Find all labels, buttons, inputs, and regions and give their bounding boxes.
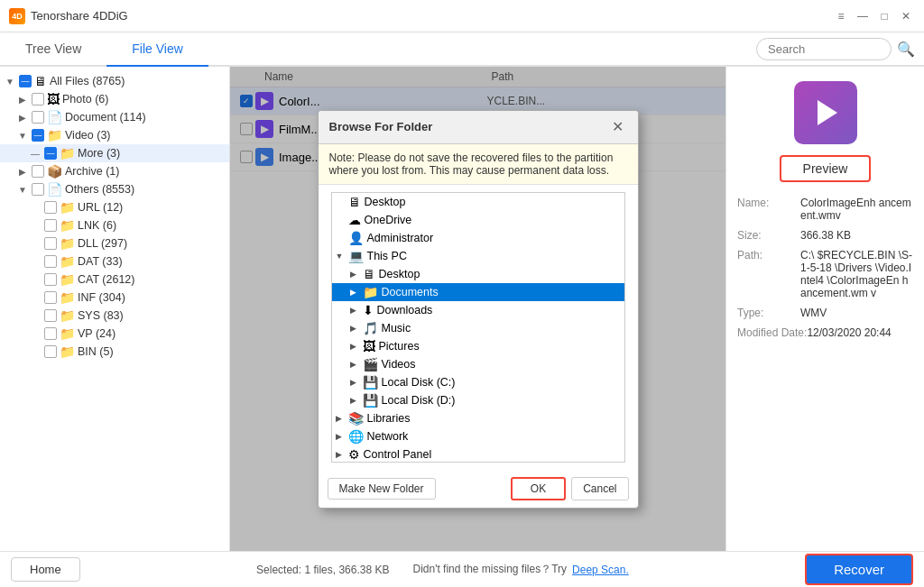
checkbox-sys[interactable] xyxy=(44,309,57,322)
type-value: WMV xyxy=(800,307,827,319)
sidebar-item-inf[interactable]: 📁 INF (304) xyxy=(0,289,229,307)
sidebar-item-vp[interactable]: 📁 VP (24) xyxy=(0,325,229,343)
url-label: URL (12) xyxy=(78,201,123,214)
folder-row-downloads[interactable]: ▶ ⬇ Downloads xyxy=(332,301,624,319)
sidebar-item-all-files[interactable]: ▼ — 🖥 All Files (8765) xyxy=(0,72,229,90)
folder-arrow: ▶ xyxy=(350,342,363,351)
folder-row-this-pc[interactable]: ▼ 💻 This PC xyxy=(332,247,624,265)
sidebar-item-cat[interactable]: 📁 CAT (2612) xyxy=(0,271,229,289)
vp-label: VP (24) xyxy=(78,327,116,340)
recover-button[interactable]: Recover xyxy=(805,554,913,585)
minimize-btn[interactable]: — xyxy=(854,7,872,25)
preview-button[interactable]: Preview xyxy=(780,155,872,182)
folder-row-pictures[interactable]: ▶ 🖼 Pictures xyxy=(332,337,624,355)
desktop-icon: 🖥 xyxy=(348,195,361,209)
modal-ok-button[interactable]: OK xyxy=(511,477,566,500)
checkbox-archive[interactable] xyxy=(32,165,44,178)
maximize-btn[interactable]: □ xyxy=(875,7,893,25)
sidebar-item-bin[interactable]: 📁 BIN (5) xyxy=(0,343,229,361)
more-label: More (3) xyxy=(78,147,120,160)
modal-overlay: Browse For Folder ✕ Note: Please do not … xyxy=(230,67,725,551)
folder-row-network[interactable]: ▶ 🌐 Network xyxy=(332,427,624,445)
folder-arrow: ▶ xyxy=(336,450,348,459)
folder-label: This PC xyxy=(367,250,407,262)
search-icon[interactable]: 🔍 xyxy=(897,41,915,58)
sidebar-item-sys[interactable]: 📁 SYS (83) xyxy=(0,307,229,325)
disk-d-icon: 💾 xyxy=(363,393,378,408)
folder-row-music[interactable]: ▶ 🎵 Music xyxy=(332,319,624,337)
sidebar-item-video[interactable]: ▼ — 📁 Video (3) xyxy=(0,126,229,144)
dat-label: DAT (33) xyxy=(78,255,123,268)
inf-label: INF (304) xyxy=(78,291,125,304)
folder-tree[interactable]: 🖥 Desktop ☁ OneDrive 👤 xyxy=(331,192,625,463)
video-icon: 📁 xyxy=(47,128,62,142)
folder-row-control-panel[interactable]: ▶ ⚙ Control Panel xyxy=(332,445,624,463)
checkbox-dll[interactable] xyxy=(44,237,57,250)
checkbox-inf[interactable] xyxy=(44,291,57,304)
info-row-modified: Modified Date: 12/03/2020 20:44 xyxy=(737,326,913,339)
folder-row-videos[interactable]: ▶ 🎬 Videos xyxy=(332,355,624,373)
sidebar-item-lnk[interactable]: 📁 LNK (6) xyxy=(0,216,229,234)
checkbox-dat[interactable] xyxy=(44,255,57,268)
sys-icon: 📁 xyxy=(60,308,75,323)
tab-tree-view[interactable]: Tree View xyxy=(0,32,106,67)
network-icon: 🌐 xyxy=(348,429,364,444)
checkbox-all-files[interactable]: — xyxy=(19,75,32,87)
folder-row-administrator[interactable]: 👤 Administrator xyxy=(332,229,624,247)
folder-arrow: ▶ xyxy=(350,306,363,315)
checkbox-video[interactable]: — xyxy=(32,129,44,142)
checkbox-more[interactable]: — xyxy=(44,147,57,160)
folder-label: Desktop xyxy=(365,196,406,208)
size-label: Size: xyxy=(737,229,800,242)
deep-scan-link[interactable]: Deep Scan. xyxy=(572,564,629,576)
sidebar-item-dll[interactable]: 📁 DLL (297) xyxy=(0,234,229,252)
onedrive-icon: ☁ xyxy=(348,213,361,227)
sidebar-item-url[interactable]: 📁 URL (12) xyxy=(0,198,229,216)
checkbox-bin[interactable] xyxy=(44,345,57,358)
checkbox-lnk[interactable] xyxy=(44,219,57,232)
folder-row-desktop-top[interactable]: 🖥 Desktop xyxy=(332,193,624,211)
search-input[interactable] xyxy=(756,38,892,60)
checkbox-others[interactable] xyxy=(32,183,44,196)
lnk-icon: 📁 xyxy=(60,218,75,233)
folder-label: Local Disk (D:) xyxy=(382,394,456,407)
sidebar-item-more[interactable]: — — 📁 More (3) xyxy=(0,144,229,162)
folder-row-libraries[interactable]: ▶ 📚 Libraries xyxy=(332,409,624,427)
folder-row-local-c[interactable]: ▶ 💾 Local Disk (C:) xyxy=(332,373,624,391)
modal-close-button[interactable]: ✕ xyxy=(609,118,627,136)
checkbox-url[interactable] xyxy=(44,201,57,214)
checkbox-cat[interactable] xyxy=(44,273,57,286)
checkbox-vp[interactable] xyxy=(44,327,57,340)
checkbox-photo[interactable] xyxy=(32,93,44,105)
app-logo: 4D xyxy=(9,8,25,24)
folder-label: Libraries xyxy=(367,412,411,425)
sidebar-item-others[interactable]: ▼ 📄 Others (8553) xyxy=(0,180,229,198)
control-panel-icon: ⚙ xyxy=(348,447,360,462)
folder-row-documents[interactable]: ▶ 📁 Documents xyxy=(332,283,624,301)
folder-row-onedrive[interactable]: ☁ OneDrive xyxy=(332,211,624,229)
folder-row-local-d[interactable]: ▶ 💾 Local Disk (D:) xyxy=(332,391,624,409)
sidebar-item-dat[interactable]: 📁 DAT (33) xyxy=(0,252,229,271)
tab-file-view[interactable]: File View xyxy=(106,32,208,67)
folder-label: Pictures xyxy=(379,340,420,353)
sidebar-item-archive[interactable]: ▶ 📦 Archive (1) xyxy=(0,162,229,180)
desktop-sub-icon: 🖥 xyxy=(363,267,375,281)
arrow-icon: ▼ xyxy=(16,131,29,141)
menu-btn[interactable]: ≡ xyxy=(832,7,850,25)
others-label: Others (8553) xyxy=(65,183,134,196)
videos-icon: 🎬 xyxy=(363,357,378,371)
home-button[interactable]: Home xyxy=(11,557,80,582)
all-files-icon: 🖥 xyxy=(34,74,47,88)
folder-row-desktop-pc[interactable]: ▶ 🖥 Desktop xyxy=(332,265,624,283)
sidebar-item-photo[interactable]: ▶ 🖼 Photo (6) xyxy=(0,90,229,108)
folder-label: Documents xyxy=(382,286,439,298)
modal-footer: Make New Folder OK Cancel xyxy=(319,470,638,508)
modal-cancel-button[interactable]: Cancel xyxy=(571,477,628,500)
make-new-folder-button[interactable]: Make New Folder xyxy=(328,478,436,500)
close-btn[interactable]: ✕ xyxy=(897,7,915,25)
lnk-label: LNK (6) xyxy=(78,219,116,232)
checkbox-document[interactable] xyxy=(32,111,44,124)
this-pc-icon: 💻 xyxy=(348,249,364,263)
sidebar-item-document[interactable]: ▶ 📄 Document (114) xyxy=(0,108,229,126)
type-label: Type: xyxy=(737,307,800,319)
